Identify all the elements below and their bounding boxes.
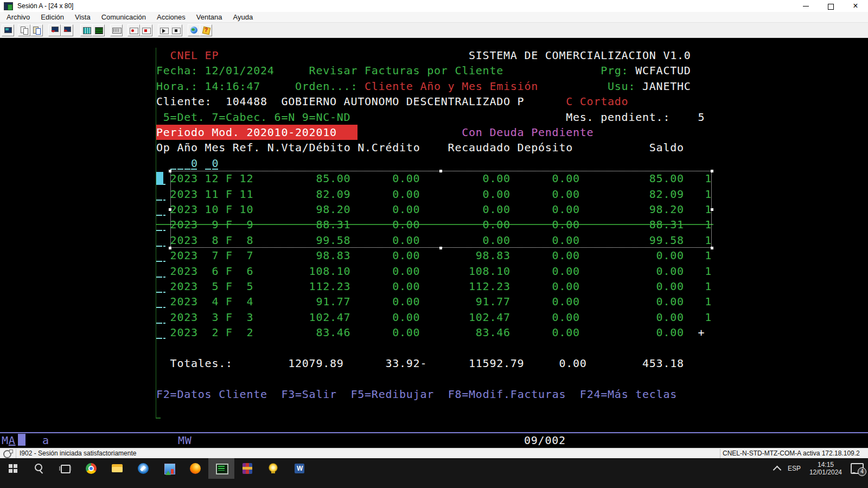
receive-file-from-host-icon [63, 27, 72, 34]
selection-handle[interactable] [439, 170, 442, 172]
terminal-text: 98.83 [476, 248, 510, 263]
terminal-screen[interactable]: CNEL EPSISTEMA DE COMERCIALIZACION V1.0F… [0, 38, 868, 432]
terminal-text: 0.00 [656, 248, 684, 263]
terminal-input-field[interactable] [156, 277, 165, 278]
selection-rectangle[interactable] [170, 171, 712, 248]
toolbar-record-macro-button[interactable] [127, 24, 140, 36]
terminal-text: 98.83 [316, 248, 350, 263]
taskbar-firefox[interactable] [182, 458, 208, 479]
terminal-text: 5 [698, 110, 705, 125]
window-title: Sesión A - [24 x 80] [17, 2, 73, 10]
restore-button[interactable] [818, 0, 843, 12]
word-icon [292, 461, 307, 476]
oia-system-indicator: MA [2, 433, 16, 447]
terminal-input-field[interactable] [156, 215, 165, 216]
winrar-icon [240, 461, 254, 476]
taskbar-ideas[interactable] [260, 458, 286, 479]
terminal-text: CNEL EP [170, 48, 219, 63]
toolbar-color-mapping-button[interactable] [80, 24, 93, 36]
menu-comunicacion[interactable]: Comunicación [96, 12, 151, 23]
terminal-text: 0.00 [552, 264, 580, 279]
terminal-text: 0.00 [392, 264, 420, 279]
terminal-text: + [698, 325, 705, 340]
status-message: I902 - Sesión iniciada satisfactoriament… [20, 450, 136, 457]
terminal-text: 2023 4 F 4 [170, 294, 254, 309]
notification-badge: 4 [858, 467, 866, 476]
menu-vista[interactable]: Vista [69, 12, 96, 23]
toolbar-help-button[interactable] [200, 24, 212, 36]
selection-handle[interactable] [439, 247, 442, 249]
toolbar-send-file-to-host-button[interactable] [48, 24, 61, 36]
terminal-input-field[interactable] [156, 200, 165, 201]
terminal-text: 91.77 [316, 294, 350, 309]
close-button[interactable]: × [843, 0, 868, 12]
taskbar-chrome[interactable] [78, 458, 104, 479]
notification-icon[interactable]: 4 [851, 463, 864, 474]
terminal-input-field[interactable] [156, 323, 165, 324]
terminal-text: GOBIERNO AUTONOMO DESCENTRALIZADO P [281, 94, 524, 109]
toolbar-web-browser-button[interactable] [188, 24, 200, 36]
search-button-icon [32, 461, 46, 476]
taskbar-maps[interactable] [130, 458, 156, 479]
terminal-text: 0.00 [552, 325, 580, 340]
terminal-input-field[interactable] [156, 230, 165, 231]
status-separator [720, 449, 720, 458]
toolbar [0, 23, 868, 38]
toolbar-stop-recording-button[interactable] [140, 24, 152, 36]
menu-edicion[interactable]: Edición [35, 12, 69, 23]
menu-archivo[interactable]: Archivo [1, 12, 35, 23]
taskbar-search-button[interactable] [26, 458, 52, 479]
taskbar-start-button[interactable] [0, 458, 26, 479]
menu-ayuda[interactable]: Ayuda [228, 12, 259, 23]
toolbar-stop-macro-button[interactable] [170, 24, 182, 36]
selection-handle[interactable] [711, 170, 713, 172]
terminal-text: Usu: [608, 79, 635, 94]
terminal-input-field[interactable] [156, 246, 165, 247]
taskbar-task-view-button[interactable] [52, 458, 78, 479]
toolbar-copy-button[interactable] [18, 24, 30, 36]
taskbar-terminal-session[interactable] [208, 458, 234, 479]
terminal-text: Orden...: [295, 79, 358, 94]
taskbar-clock[interactable]: 14:15 12/01/2024 [809, 461, 842, 476]
selection-handle[interactable] [711, 208, 713, 211]
terminal-input-field[interactable] [156, 338, 165, 339]
toolbar-play-macro-button[interactable] [158, 24, 170, 36]
terminal-input-field[interactable] [205, 169, 219, 170]
web-browser-icon [190, 27, 199, 34]
terminal-text: 102.47 [309, 310, 351, 325]
taskbar-winrar[interactable] [234, 458, 260, 479]
selection-handle[interactable] [169, 170, 171, 172]
selection-handle[interactable] [711, 247, 713, 249]
menu-acciones[interactable]: Acciones [151, 12, 191, 23]
terminal-input-field[interactable] [156, 307, 165, 308]
terminal-input-field[interactable] [170, 169, 198, 170]
oia-block-indicator [18, 434, 25, 446]
title-bar: Sesión A - [24 x 80] × [0, 0, 868, 12]
tray-chevron-icon[interactable] [773, 465, 782, 474]
toolbar-new-session-button[interactable] [2, 24, 14, 36]
terminal-text: 0.00 [552, 294, 580, 309]
terminal-text: 112.23 [309, 279, 351, 294]
terminal-text: 108.10 [309, 264, 351, 279]
taskbar-file-explorer[interactable] [104, 458, 130, 479]
send-file-to-host-icon [50, 27, 59, 34]
terminal-input-field[interactable] [156, 292, 165, 293]
menu-ventana[interactable]: Ventana [191, 12, 228, 23]
terminal-text: Revisar Facturas por Cliente [309, 63, 503, 78]
terminal-text: 453.18 [642, 356, 684, 371]
terminal-input-field[interactable] [156, 261, 165, 262]
terminal-text: 83.46 [316, 325, 350, 340]
terminal-text: Periodo Mod. 202010-202010 [156, 125, 358, 140]
taskbar-photos[interactable] [156, 458, 182, 479]
language-indicator[interactable]: ESP [788, 465, 801, 472]
taskbar-word[interactable] [286, 458, 312, 479]
selection-handle[interactable] [169, 208, 171, 211]
toolbar-receive-file-from-host-button[interactable] [61, 24, 73, 36]
terminal-cursor [156, 172, 163, 185]
toolbar-paste-button[interactable] [30, 24, 43, 36]
status-separator [16, 449, 16, 458]
selection-handle[interactable] [169, 247, 171, 249]
toolbar-display-setup-button[interactable] [92, 24, 105, 36]
toolbar-keyboard-setup-button[interactable] [110, 24, 123, 36]
minimize-button[interactable] [793, 0, 818, 12]
